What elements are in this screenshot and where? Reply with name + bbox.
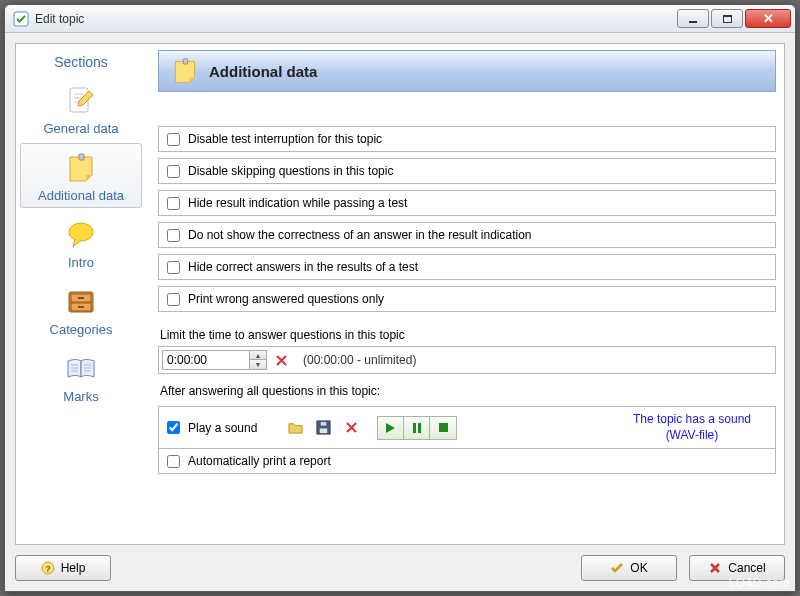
sidebar-item-additional-data[interactable]: Additional data <box>20 143 142 208</box>
option-label: Do not show the correctness of an answer… <box>188 228 532 242</box>
window-title: Edit topic <box>35 12 84 26</box>
checkbox[interactable] <box>167 261 180 274</box>
sidebar-item-general-data[interactable]: General data <box>20 76 142 141</box>
play-sound-checkbox[interactable] <box>167 421 180 434</box>
option-hide-correct-answers[interactable]: Hide correct answers in the results of a… <box>158 254 776 280</box>
content-title: Additional data <box>209 63 317 80</box>
option-disable-interruption[interactable]: Disable test interruption for this topic <box>158 126 776 152</box>
option-label: Hide result indication while passing a t… <box>188 196 407 210</box>
sidebar-item-label: Marks <box>23 389 139 404</box>
svg-rect-13 <box>413 423 416 433</box>
sidebar-item-label: Additional data <box>23 188 139 203</box>
play-sound-row: Play a sound <box>159 407 775 449</box>
spinner-up-icon[interactable]: ▲ <box>250 351 266 360</box>
sidebar-item-label: Categories <box>23 322 139 337</box>
content-area: Additional data Disable test interruptio… <box>146 44 784 544</box>
help-button[interactable]: ? Help <box>15 555 111 581</box>
auto-print-row: Automatically print a report <box>159 449 775 473</box>
client-area: Sections General data Additional data In… <box>5 33 795 591</box>
cancel-x-icon <box>708 561 722 575</box>
checkbox[interactable] <box>167 165 180 178</box>
watermark: LO4D.com <box>729 576 790 590</box>
option-disable-skipping[interactable]: Disable skipping questions in this topic <box>158 158 776 184</box>
content-header: Additional data <box>158 50 776 92</box>
svg-rect-2 <box>79 154 84 160</box>
drawer-icon <box>65 286 97 318</box>
option-label: Print wrong answered questions only <box>188 292 384 306</box>
play-button[interactable] <box>378 417 404 439</box>
time-limit-row: ▲ ▼ (00:00:00 - unlimited) <box>158 346 776 374</box>
open-book-icon <box>65 353 97 385</box>
svg-rect-11 <box>320 429 328 434</box>
time-limit-input[interactable] <box>162 350 250 370</box>
delete-sound-button[interactable] <box>343 420 359 436</box>
time-limit-label: Limit the time to answer questions in th… <box>160 328 776 342</box>
folder-open-icon <box>288 420 303 435</box>
document-pencil-icon <box>65 85 97 117</box>
floppy-disk-icon <box>316 420 331 435</box>
play-sound-label: Play a sound <box>188 421 257 435</box>
pause-icon <box>412 422 422 434</box>
sound-status-message: The topic has a sound (WAV-file) <box>633 412 767 443</box>
svg-rect-14 <box>418 423 421 433</box>
option-print-wrong-only[interactable]: Print wrong answered questions only <box>158 286 776 312</box>
clear-time-button[interactable] <box>273 352 289 368</box>
button-label: Help <box>61 561 86 575</box>
sidebar-item-categories[interactable]: Categories <box>20 277 142 342</box>
svg-point-3 <box>69 223 93 241</box>
time-hint: (00:00:00 - unlimited) <box>303 353 416 367</box>
svg-text:?: ? <box>45 564 51 574</box>
after-answering-label: After answering all questions in this to… <box>160 384 776 398</box>
open-sound-button[interactable] <box>287 420 303 436</box>
svg-rect-8 <box>78 306 84 308</box>
option-label: Hide correct answers in the results of a… <box>188 260 418 274</box>
sidebar-item-intro[interactable]: Intro <box>20 210 142 275</box>
sidebar-item-marks[interactable]: Marks <box>20 344 142 409</box>
svg-rect-12 <box>321 422 327 426</box>
checkbox[interactable] <box>167 133 180 146</box>
option-label: Disable skipping questions in this topic <box>188 164 393 178</box>
option-hide-correctness[interactable]: Do not show the correctness of an answer… <box>158 222 776 248</box>
checkbox[interactable] <box>167 197 180 210</box>
ok-button[interactable]: OK <box>581 555 677 581</box>
button-label: OK <box>630 561 647 575</box>
sidebar-item-label: Intro <box>23 255 139 270</box>
checkbox[interactable] <box>167 293 180 306</box>
app-icon <box>13 11 29 27</box>
spinner-down-icon[interactable]: ▼ <box>250 360 266 369</box>
sticky-note-icon <box>65 152 97 184</box>
main-panel: Sections General data Additional data In… <box>15 43 785 545</box>
after-answering-box: Play a sound <box>158 406 776 474</box>
svg-rect-7 <box>78 297 84 299</box>
stop-button[interactable] <box>430 417 456 439</box>
speech-bubble-icon <box>65 219 97 251</box>
option-hide-result-indication[interactable]: Hide result indication while passing a t… <box>158 190 776 216</box>
titlebar: Edit topic ✕ <box>5 5 795 33</box>
maximize-button[interactable] <box>711 9 743 28</box>
media-controls <box>377 416 457 440</box>
auto-print-checkbox[interactable] <box>167 455 180 468</box>
svg-rect-9 <box>183 59 187 64</box>
sidebar-title: Sections <box>20 54 142 70</box>
play-icon <box>385 422 396 434</box>
auto-print-label: Automatically print a report <box>188 454 331 468</box>
delete-x-icon <box>275 354 288 367</box>
sidebar: Sections General data Additional data In… <box>16 44 146 544</box>
pause-button[interactable] <box>404 417 430 439</box>
time-spinner[interactable]: ▲ ▼ <box>250 350 267 370</box>
delete-x-icon <box>345 421 358 434</box>
footer: ? Help OK Cancel <box>15 555 785 581</box>
edit-topic-window: Edit topic ✕ Sections General data Addit… <box>4 4 796 592</box>
save-sound-button[interactable] <box>315 420 331 436</box>
stop-icon <box>438 422 449 433</box>
sticky-note-icon <box>171 57 199 85</box>
sidebar-item-label: General data <box>23 121 139 136</box>
option-label: Disable test interruption for this topic <box>188 132 382 146</box>
button-label: Cancel <box>728 561 765 575</box>
minimize-button[interactable] <box>677 9 709 28</box>
checkbox[interactable] <box>167 229 180 242</box>
check-icon <box>610 561 624 575</box>
svg-rect-15 <box>439 423 448 432</box>
help-icon: ? <box>41 561 55 575</box>
close-button[interactable]: ✕ <box>745 9 791 28</box>
